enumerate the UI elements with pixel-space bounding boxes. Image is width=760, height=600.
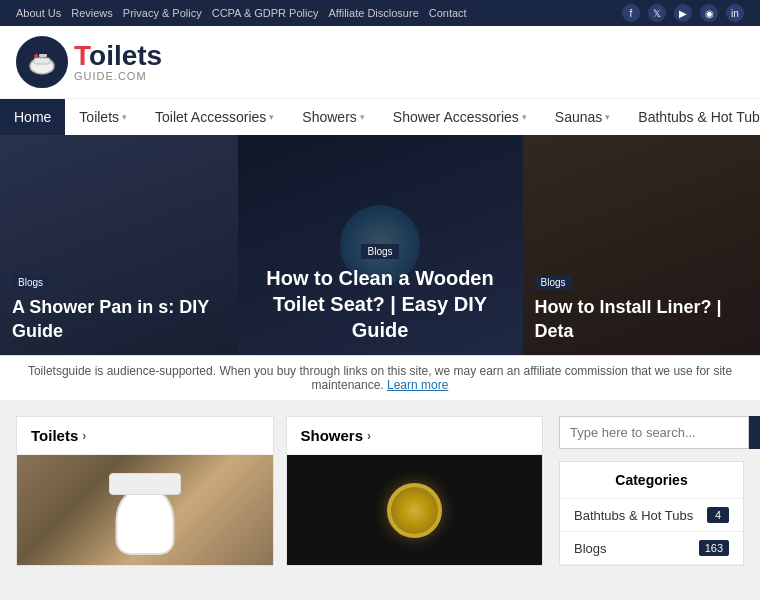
nav-saunas[interactable]: Saunas ▾ xyxy=(541,99,624,135)
main-nav: Home Toilets ▾ Toilet Accessories ▾ Show… xyxy=(0,98,760,135)
nav-shower-accessories[interactable]: Shower Accessories ▾ xyxy=(379,99,541,135)
logo-sub: GUIDE.COM xyxy=(74,70,162,82)
logo-icon xyxy=(16,36,68,88)
shower-visual xyxy=(287,455,543,565)
ccpa-link[interactable]: CCPA & GDPR Policy xyxy=(212,7,319,19)
toilets-card-header[interactable]: Toilets › xyxy=(17,417,273,455)
chevron-down-icon: ▾ xyxy=(522,112,527,122)
twitter-icon[interactable]: 𝕏 xyxy=(648,4,666,22)
categories-widget-title: Categories xyxy=(560,462,743,499)
hero-slide-right[interactable]: Blogs How to Install Liner? | Deta xyxy=(523,135,761,355)
category-item-blogs[interactable]: Blogs 163 xyxy=(560,532,743,565)
hero-title-center: How to Clean a Wooden Toilet Seat? | Eas… xyxy=(250,265,511,343)
hero-content-left: Blogs A Shower Pan in s: DIY Guide xyxy=(0,261,238,355)
linkedin-icon[interactable]: in xyxy=(726,4,744,22)
header: Toilets GUIDE.COM xyxy=(0,26,760,98)
search-input[interactable] xyxy=(559,416,749,449)
toilet-visual xyxy=(17,455,273,565)
sidebar: Categories Bathtubs & Hot Tubs 4 Blogs 1… xyxy=(559,416,744,566)
learn-more-link[interactable]: Learn more xyxy=(387,378,448,392)
hero-content-center: Blogs How to Clean a Wooden Toilet Seat?… xyxy=(238,230,523,355)
toilets-card-image xyxy=(17,455,273,565)
search-button[interactable] xyxy=(749,416,760,449)
about-link[interactable]: About Us xyxy=(16,7,61,19)
category-name-blogs: Blogs xyxy=(574,541,607,556)
category-count-blogs: 163 xyxy=(699,540,729,556)
instagram-icon[interactable]: ◉ xyxy=(700,4,718,22)
toilets-card: Toilets › xyxy=(16,416,274,566)
toilets-card-label: Toilets xyxy=(31,427,78,444)
affiliate-notice: Toiletsguide is audience-supported. When… xyxy=(0,355,760,400)
affiliate-text: Toiletsguide is audience-supported. When… xyxy=(28,364,732,392)
category-count-bathtubs: 4 xyxy=(707,507,729,523)
hero-title-left: A Shower Pan in s: DIY Guide xyxy=(12,296,226,343)
showers-card-image xyxy=(287,455,543,565)
logo-text: Toilets GUIDE.COM xyxy=(74,42,162,82)
contact-link[interactable]: Contact xyxy=(429,7,467,19)
categories-widget: Categories Bathtubs & Hot Tubs 4 Blogs 1… xyxy=(559,461,744,566)
top-bar: About Us Reviews Privacy & Policy CCPA &… xyxy=(0,0,760,26)
svg-point-2 xyxy=(34,54,38,58)
social-icons: f 𝕏 ▶ ◉ in xyxy=(622,4,744,22)
nav-toilet-accessories[interactable]: Toilet Accessories ▾ xyxy=(141,99,288,135)
hero-badge-right: Blogs xyxy=(535,275,572,290)
search-box xyxy=(559,416,744,449)
facebook-icon[interactable]: f xyxy=(622,4,640,22)
privacy-link[interactable]: Privacy & Policy xyxy=(123,7,202,19)
hero-content-right: Blogs How to Install Liner? | Deta xyxy=(523,261,761,355)
logo-t: T xyxy=(74,40,89,71)
category-name-bathtubs: Bathtubs & Hot Tubs xyxy=(574,508,693,523)
nav-toilets[interactable]: Toilets ▾ xyxy=(65,99,141,135)
category-cards: Toilets › Showers › xyxy=(16,416,543,566)
showers-card-arrow: › xyxy=(367,429,371,443)
showers-card-header[interactable]: Showers › xyxy=(287,417,543,455)
top-bar-links: About Us Reviews Privacy & Policy CCPA &… xyxy=(16,7,467,19)
category-row: Toilets › Showers › xyxy=(16,416,543,566)
nav-home[interactable]: Home xyxy=(0,99,65,135)
svg-rect-3 xyxy=(39,54,47,57)
hero-slide-left[interactable]: Blogs A Shower Pan in s: DIY Guide xyxy=(0,135,238,355)
logo[interactable]: Toilets GUIDE.COM xyxy=(16,36,162,88)
logo-name: Toilets xyxy=(74,42,162,70)
chevron-down-icon: ▾ xyxy=(360,112,365,122)
hero-badge-center: Blogs xyxy=(361,244,398,259)
category-item-bathtubs[interactable]: Bathtubs & Hot Tubs 4 xyxy=(560,499,743,532)
hero-title-right: How to Install Liner? | Deta xyxy=(535,296,749,343)
main-content: Toilets › Showers › xyxy=(0,400,760,582)
chevron-down-icon: ▾ xyxy=(269,112,274,122)
logo-toilets: oilets xyxy=(89,40,162,71)
nav-showers[interactable]: Showers ▾ xyxy=(288,99,378,135)
showers-card-label: Showers xyxy=(301,427,364,444)
reviews-link[interactable]: Reviews xyxy=(71,7,113,19)
youtube-icon[interactable]: ▶ xyxy=(674,4,692,22)
nav-bathtubs[interactable]: Bathtubs & Hot Tubs ▾ xyxy=(624,99,760,135)
svg-rect-1 xyxy=(34,58,50,64)
affiliate-disc-link[interactable]: Affiliate Disclosure xyxy=(328,7,418,19)
chevron-down-icon: ▾ xyxy=(605,112,610,122)
shower-head-icon xyxy=(387,483,442,538)
showers-card: Showers › xyxy=(286,416,544,566)
toilets-card-arrow: › xyxy=(82,429,86,443)
hero-badge-left: Blogs xyxy=(12,275,49,290)
chevron-down-icon: ▾ xyxy=(122,112,127,122)
hero-slider: Blogs A Shower Pan in s: DIY Guide Blogs… xyxy=(0,135,760,355)
hero-slide-center[interactable]: Blogs How to Clean a Wooden Toilet Seat?… xyxy=(238,135,523,355)
